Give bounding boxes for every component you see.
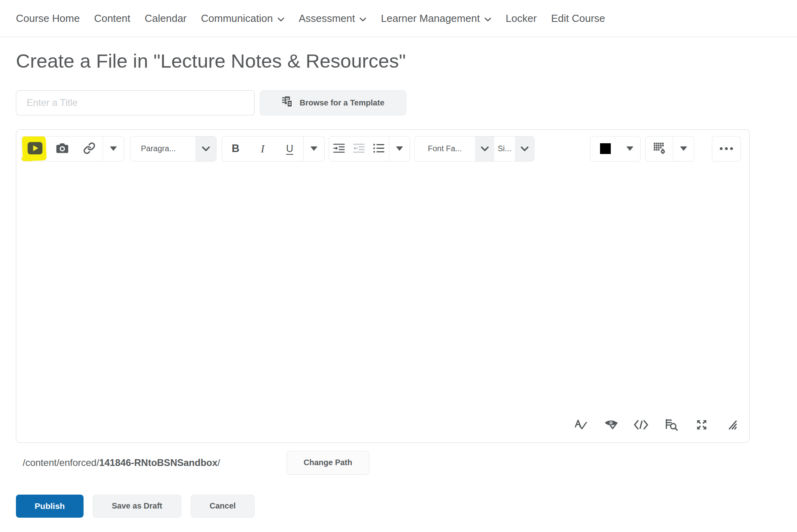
- editor-toolbar: Paragra... B I U: [16, 130, 749, 162]
- nav-item-label: Assessment: [299, 12, 355, 25]
- outdent-icon: [353, 143, 365, 154]
- table-options-dropdown[interactable]: [673, 136, 694, 161]
- paragraph-format-select[interactable]: Paragra...: [130, 136, 216, 162]
- toolbar-more-button[interactable]: [712, 136, 741, 162]
- path-row: /content/enforced/141846-RNtoBSNSandbox/…: [23, 451, 797, 475]
- path-suffix: /: [218, 457, 220, 468]
- nav-item-locker[interactable]: Locker: [499, 12, 544, 25]
- nav-item-calendar[interactable]: Calendar: [137, 12, 194, 25]
- link-icon: [83, 142, 95, 156]
- eye-check-icon: [604, 419, 618, 432]
- html-editor: Paragra... B I U: [16, 129, 750, 443]
- editor-content[interactable]: [16, 162, 749, 442]
- nav-item-label: Edit Course: [551, 12, 605, 25]
- chevron-down-icon[interactable]: [515, 136, 534, 161]
- accessibility-check-button[interactable]: [604, 419, 618, 432]
- title-input[interactable]: [16, 90, 255, 115]
- chevron-down-icon[interactable]: [475, 136, 494, 161]
- browse-template-label: Browse for a Template: [300, 98, 384, 107]
- chevron-down-icon: [195, 136, 216, 161]
- dropdown-caret-icon: [626, 146, 633, 151]
- nav-item-label: Course Home: [16, 12, 80, 25]
- font-group: Font Fa... Si...: [414, 136, 534, 162]
- dropdown-caret-icon: [680, 146, 687, 151]
- italic-button[interactable]: I: [249, 136, 276, 161]
- insert-table-button[interactable]: [646, 136, 673, 161]
- nav-item-communication[interactable]: Communication: [194, 12, 292, 25]
- nav-item-label: Calendar: [144, 12, 187, 25]
- spellcheck-icon: [574, 419, 587, 431]
- resize-handle[interactable]: [725, 419, 739, 432]
- table-icon: [653, 142, 666, 155]
- insert-options-dropdown[interactable]: [103, 136, 124, 161]
- resize-icon: [726, 419, 738, 431]
- video-play-icon: [27, 142, 43, 156]
- insert-link-button[interactable]: [76, 136, 103, 161]
- page-title: Create a File in "Lecture Notes & Resour…: [16, 49, 797, 73]
- cancel-button[interactable]: Cancel: [191, 495, 255, 518]
- nav-item-edit-course[interactable]: Edit Course: [544, 12, 612, 25]
- nav-item-learner-management[interactable]: Learner Management: [374, 12, 499, 25]
- indent-button[interactable]: [329, 136, 349, 161]
- nav-item-label: Content: [94, 12, 130, 25]
- paragraph-format-label: Paragra...: [131, 136, 195, 161]
- table-group: [645, 136, 694, 162]
- path-prefix: /content/enforced/: [23, 457, 99, 468]
- chevron-down-icon: [359, 12, 366, 25]
- fullscreen-button[interactable]: [694, 419, 709, 432]
- dropdown-caret-icon: [396, 146, 403, 151]
- more-icon: [720, 147, 733, 150]
- insert-group: [21, 136, 124, 162]
- insert-image-button[interactable]: [49, 136, 76, 161]
- nav-item-label: Locker: [506, 12, 537, 25]
- text-color-swatch: [600, 143, 611, 154]
- font-family-select[interactable]: Font Fa...: [415, 136, 475, 161]
- chevron-down-icon: [277, 12, 285, 25]
- browse-template-icon: [282, 96, 294, 110]
- title-row: Browse for a Template: [16, 90, 797, 115]
- top-nav: Course HomeContentCalendarCommunicationA…: [0, 0, 797, 37]
- text-color-picker[interactable]: [590, 136, 641, 162]
- editor-footer: [573, 419, 739, 432]
- nav-item-course-home[interactable]: Course Home: [9, 12, 87, 25]
- bold-button[interactable]: B: [222, 136, 249, 161]
- change-path-button[interactable]: Change Path: [286, 451, 369, 475]
- content-path: /content/enforced/141846-RNtoBSNSandbox/: [23, 457, 286, 468]
- code-icon: [634, 420, 648, 431]
- dropdown-caret-icon: [110, 146, 117, 151]
- underline-button[interactable]: U: [276, 136, 303, 161]
- preview-icon: [665, 419, 678, 432]
- outdent-button[interactable]: [349, 136, 369, 161]
- preview-button[interactable]: [664, 419, 678, 432]
- indent-icon: [333, 143, 345, 154]
- list-indent-group: [329, 136, 410, 162]
- nav-item-assessment[interactable]: Assessment: [292, 12, 374, 25]
- fullscreen-icon: [696, 419, 708, 432]
- nav-item-label: Learner Management: [381, 12, 480, 25]
- browse-template-button[interactable]: Browse for a Template: [260, 90, 406, 115]
- form-actions: Publish Save as Draft Cancel: [16, 495, 797, 518]
- text-style-dropdown[interactable]: [304, 136, 324, 161]
- chevron-down-icon: [484, 12, 491, 25]
- path-folder: 141846-RNtoBSNSandbox: [99, 457, 217, 468]
- nav-item-content[interactable]: Content: [87, 12, 137, 25]
- html-source-button[interactable]: [634, 419, 648, 432]
- save-draft-button[interactable]: Save as Draft: [93, 495, 181, 518]
- spellcheck-button[interactable]: [573, 419, 588, 432]
- text-style-group: B I U: [222, 136, 325, 162]
- list-options-dropdown[interactable]: [389, 136, 410, 161]
- font-size-select[interactable]: Si...: [494, 136, 515, 161]
- publish-button[interactable]: Publish: [16, 495, 84, 518]
- dropdown-caret-icon: [310, 146, 318, 151]
- camera-icon: [56, 143, 68, 154]
- bullet-list-button[interactable]: [369, 136, 389, 161]
- insert-video-button[interactable]: [21, 136, 49, 161]
- bullet-list-icon: [373, 143, 385, 154]
- nav-item-label: Communication: [201, 12, 273, 25]
